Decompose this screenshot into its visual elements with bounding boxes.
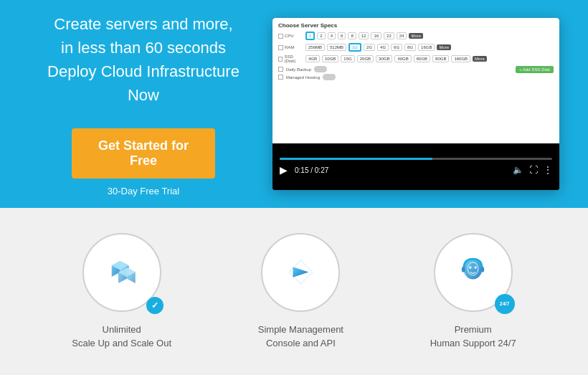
svg-point-12 <box>469 266 472 269</box>
time-display: 0:15 / 0:27 <box>295 166 328 174</box>
ram-4g[interactable]: 4G <box>377 44 389 51</box>
video-player: Choose Server Specs CPU 1 2 4 6 8 12 16 … <box>272 18 559 190</box>
cpu-4[interactable]: 4 <box>328 32 336 39</box>
daily-backup-checkbox[interactable] <box>278 67 283 72</box>
server-specs-ui: Choose Server Specs CPU 1 2 4 6 8 12 16 … <box>272 18 559 86</box>
cpu-16[interactable]: 16 <box>371 32 381 39</box>
controls-right: 🔈 ⛶ ⋮ <box>513 165 552 175</box>
feature-management-circle <box>261 233 340 312</box>
feature-support-text: Premium Human Support 24/7 <box>430 323 516 351</box>
features-section: ✓ Unlimited Scale Up and Scale Out <box>0 208 588 375</box>
ssd-20gb[interactable]: 20GB <box>357 55 374 62</box>
cpu-24[interactable]: 24 <box>397 32 407 39</box>
feature-unlimited-text: Unlimited Scale Up and Scale Out <box>72 323 171 351</box>
controls-left: ▶ 0:15 / 0:27 <box>280 164 328 176</box>
managed-hosting-row: Managed Hosting <box>278 74 516 80</box>
feature-management-text: Simple Management Console and API <box>258 323 343 351</box>
more-options-icon[interactable]: ⋮ <box>544 165 552 175</box>
cpu-row: CPU 1 2 4 6 8 12 16 22 24 More <box>278 32 554 40</box>
cube-icon <box>102 252 141 292</box>
ssd-80gb[interactable]: 80GB <box>432 55 449 62</box>
daily-backup-row: Daily Backup <box>278 66 516 72</box>
trial-text: 30-Day Free Trial <box>36 186 251 196</box>
ssd-row: SSD (Disk) 4GB 10GB 15G 20GB 30GB 40GB 6… <box>278 54 554 63</box>
ram-8g[interactable]: 8G <box>404 44 416 51</box>
cpu-1[interactable]: 1 <box>305 32 315 40</box>
feature-management: Simple Management Console and API <box>258 233 343 351</box>
play-button[interactable]: ▶ <box>280 164 288 176</box>
managed-hosting-toggle[interactable] <box>323 74 336 80</box>
ram-16g[interactable]: 16GB <box>418 44 435 51</box>
cpu-12[interactable]: 12 <box>359 32 369 39</box>
support-icon <box>453 252 493 292</box>
ram-row: RAM 256MB 512MB 1G 2G 4G 6G 8G 16GB More <box>278 43 554 52</box>
feature-support-circle: 24/7 <box>434 233 513 312</box>
checkmark-badge: ✓ <box>146 297 163 314</box>
video-controls: ▶ 0:15 / 0:27 🔈 ⛶ ⋮ <box>272 143 559 190</box>
badge-247: 24/7 <box>495 294 515 314</box>
cpu-more[interactable]: More <box>409 33 423 39</box>
ssd-40gb[interactable]: 40GB <box>394 55 411 62</box>
hero-headline: Create servers and more, in less than 60… <box>36 12 251 107</box>
ram-256mb[interactable]: 256MB <box>305 44 325 51</box>
ssd-30gb[interactable]: 30GB <box>376 55 392 62</box>
hero-text: Create servers and more, in less than 60… <box>36 12 251 196</box>
managed-hosting-label: Managed Hosting <box>286 75 320 80</box>
daily-backup-label: Daily Backup <box>286 67 311 72</box>
progress-fill <box>280 158 432 160</box>
ram-checkbox[interactable] <box>278 45 283 50</box>
specs-title: Choose Server Specs <box>278 22 554 29</box>
cpu-checkbox[interactable] <box>278 34 283 39</box>
video-screen: Choose Server Specs CPU 1 2 4 6 8 12 16 … <box>272 18 559 143</box>
feature-support: 24/7 Premium Human Support 24/7 <box>430 233 516 351</box>
ram-1g[interactable]: 1G <box>348 43 361 52</box>
volume-icon[interactable]: 🔈 <box>513 165 523 175</box>
controls-row: ▶ 0:15 / 0:27 🔈 ⛶ ⋮ <box>280 164 552 176</box>
svg-point-13 <box>474 266 477 269</box>
ram-6g[interactable]: 6G <box>391 44 402 51</box>
top-section: Create servers and more, in less than 60… <box>0 0 588 208</box>
ssd-15gb[interactable]: 15G <box>341 55 354 62</box>
ssd-60gb[interactable]: 60GB <box>414 55 430 62</box>
cpu-8[interactable]: 8 <box>348 32 356 39</box>
ssd-more[interactable]: More <box>473 56 487 62</box>
feature-unlimited-circle: ✓ <box>82 233 161 312</box>
ram-2g[interactable]: 2G <box>364 44 375 51</box>
daily-backup-toggle[interactable] <box>314 66 327 72</box>
add-ssd-button[interactable]: + Add SSD Disk <box>516 66 554 73</box>
ssd-checkbox[interactable] <box>278 57 283 62</box>
terminal-icon <box>281 252 321 292</box>
ram-more[interactable]: More <box>437 44 451 50</box>
svg-marker-7 <box>293 267 308 277</box>
svg-rect-10 <box>462 267 465 272</box>
cpu-2[interactable]: 2 <box>317 32 325 39</box>
cta-button[interactable]: Get Started for Free <box>72 128 215 179</box>
cpu-6[interactable]: 6 <box>338 32 346 39</box>
ssd-10gb[interactable]: 10GB <box>322 55 338 62</box>
progress-bar[interactable] <box>280 158 552 160</box>
feature-unlimited: ✓ Unlimited Scale Up and Scale Out <box>72 233 171 351</box>
ssd-160gb[interactable]: 160GB <box>451 55 470 62</box>
ram-512mb[interactable]: 512MB <box>327 44 346 51</box>
fullscreen-icon[interactable]: ⛶ <box>529 165 538 175</box>
managed-hosting-checkbox[interactable] <box>278 75 283 80</box>
cpu-22[interactable]: 22 <box>384 32 394 39</box>
svg-rect-11 <box>481 267 485 272</box>
ssd-4gb[interactable]: 4GB <box>305 55 320 62</box>
